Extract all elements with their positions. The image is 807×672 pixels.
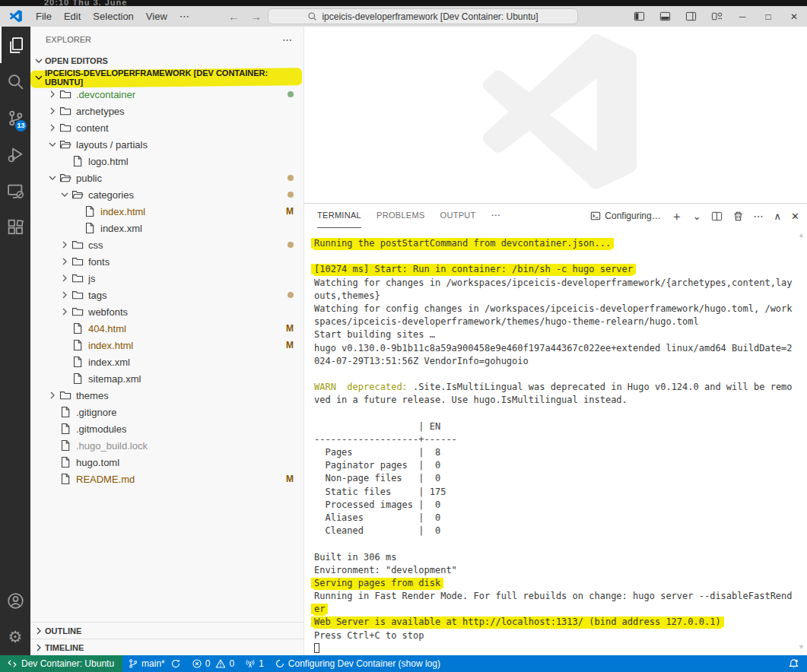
errors-count: 0 bbox=[205, 658, 211, 669]
tree-folder-tags[interactable]: tags bbox=[30, 287, 303, 303]
panel-more-actions-icon[interactable]: ⋯ bbox=[754, 211, 764, 222]
git-modified-dot bbox=[288, 242, 294, 248]
timeline-label: TIMELINE bbox=[45, 643, 84, 652]
tree-file--gitmodules[interactable]: .gitmodules bbox=[30, 420, 303, 437]
search-sidebar-icon[interactable] bbox=[0, 63, 30, 100]
toggle-secondary-sidebar-icon[interactable] bbox=[678, 6, 704, 27]
tree-item-label: index.html bbox=[100, 206, 145, 217]
ports-status[interactable]: 1 bbox=[240, 655, 269, 672]
open-editors-label: OPEN EDITORS bbox=[45, 56, 108, 65]
terminal-icon bbox=[590, 211, 601, 221]
tree-file-index-html[interactable]: index.htmlM bbox=[30, 337, 303, 353]
maximize-button[interactable]: □ bbox=[755, 6, 781, 27]
toggle-panel-icon[interactable] bbox=[652, 6, 678, 27]
menu-edit[interactable]: Edit bbox=[58, 9, 87, 24]
tree-file-logo-html[interactable]: logo.html bbox=[30, 153, 303, 170]
tree-item-label: css bbox=[88, 239, 103, 251]
search-icon bbox=[307, 11, 317, 21]
run-debug-icon[interactable] bbox=[0, 136, 30, 173]
command-center-text: ipceicis-developerframework [Dev Contain… bbox=[322, 11, 538, 22]
terminal-picker[interactable]: Configuring… bbox=[590, 211, 660, 221]
terminal-cursor bbox=[314, 643, 319, 653]
menu-file[interactable]: File bbox=[30, 9, 58, 24]
tree-file-index-xml[interactable]: index.xml bbox=[30, 353, 303, 370]
close-button[interactable]: ✕ bbox=[781, 6, 807, 27]
dev-container-progress[interactable]: Configuring Dev Container (show log) bbox=[269, 655, 446, 672]
tree-file-404-html[interactable]: 404.htmlM bbox=[30, 320, 303, 337]
source-control-icon[interactable]: 13 bbox=[0, 100, 30, 136]
tree-file--gitignore[interactable]: .gitignore bbox=[30, 404, 303, 420]
maximize-panel-icon[interactable]: ∧ bbox=[774, 211, 782, 222]
timeline-section[interactable]: TIMELINE bbox=[30, 639, 303, 655]
spinner-icon bbox=[275, 658, 285, 669]
tree-folder-content[interactable]: content bbox=[30, 119, 303, 136]
tab-output[interactable]: OUTPUT bbox=[440, 204, 476, 228]
tree-file-index-xml[interactable]: index.xml bbox=[30, 220, 303, 236]
split-terminal-icon[interactable] bbox=[711, 211, 723, 222]
scroll-down-arrow[interactable]: ▼ bbox=[798, 643, 805, 651]
tab-problems[interactable]: PROBLEMS bbox=[376, 204, 425, 228]
project-root-section[interactable]: IPCEICIS-DEVELOPERFRAMEWORK [DEV CONTAIN… bbox=[30, 69, 303, 86]
nav-forward-button[interactable]: → bbox=[250, 10, 262, 23]
kill-terminal-trash-icon[interactable] bbox=[732, 211, 744, 222]
menu-selection[interactable]: Selection bbox=[87, 9, 139, 24]
notifications-bell-icon[interactable] bbox=[788, 658, 799, 670]
tree-folder-js[interactable]: js bbox=[30, 270, 303, 287]
tree-folder-public[interactable]: public bbox=[30, 170, 303, 186]
terminal-line: er bbox=[314, 603, 807, 616]
tree-file-sitemap-xml[interactable]: sitemap.xml bbox=[30, 370, 303, 387]
scroll-up-arrow[interactable]: ▲ bbox=[798, 231, 805, 239]
tree-folder-layouts-partials[interactable]: layouts / partials bbox=[30, 136, 303, 153]
terminal-picker-label: Configuring… bbox=[605, 211, 660, 221]
tree-folder-fonts[interactable]: fonts bbox=[30, 253, 303, 270]
terminal-output[interactable]: Running the postStartCommand from devcon… bbox=[304, 228, 807, 655]
terminal-line: Press Ctrl+C to stop bbox=[314, 629, 807, 642]
git-modified-dot bbox=[288, 192, 294, 198]
remote-explorer-icon[interactable] bbox=[0, 173, 30, 209]
accounts-icon[interactable] bbox=[0, 582, 30, 619]
toggle-primary-sidebar-icon[interactable] bbox=[626, 6, 652, 27]
menu-view[interactable]: View bbox=[140, 9, 173, 24]
tree-folder-css[interactable]: css bbox=[30, 236, 303, 253]
tree-folder-themes[interactable]: themes bbox=[30, 387, 303, 404]
ports-count: 1 bbox=[259, 658, 264, 669]
tree-item-label: index.xml bbox=[100, 223, 142, 234]
tree-item-label: index.xml bbox=[88, 357, 130, 368]
tree-file-hugo-toml[interactable]: hugo.toml bbox=[30, 454, 303, 471]
file-icon bbox=[59, 406, 71, 418]
chevron-down-icon bbox=[33, 71, 45, 84]
new-terminal-icon[interactable]: ＋ bbox=[671, 211, 683, 222]
tree-folder-webfonts[interactable]: webfonts bbox=[30, 303, 303, 320]
terminal-dropdown-chevron-icon[interactable]: ⌄ bbox=[693, 211, 701, 222]
git-branch-status[interactable]: main* bbox=[122, 655, 186, 672]
customize-layout-icon[interactable] bbox=[704, 6, 729, 27]
tree-folder--devcontainer[interactable]: .devcontainer bbox=[30, 86, 303, 103]
tree-file-readme-md[interactable]: README.mdM bbox=[30, 471, 303, 487]
minimize-button[interactable]: ─ bbox=[729, 6, 755, 27]
problems-status[interactable]: 0 0 bbox=[186, 655, 240, 672]
nav-back-button[interactable]: ← bbox=[228, 10, 240, 23]
outline-section[interactable]: OUTLINE bbox=[30, 622, 303, 639]
tree-file-index-html[interactable]: index.htmlM bbox=[30, 203, 303, 220]
command-center-search[interactable]: ipceicis-developerframework [Dev Contain… bbox=[268, 8, 578, 24]
open-editors-section[interactable]: OPEN EDITORS bbox=[30, 52, 303, 69]
terminal-line: hugo v0.130.0-9b1b11c8a59a900458e9e460f1… bbox=[314, 342, 807, 355]
tree-folder-categories[interactable]: categories bbox=[30, 186, 303, 203]
explorer-icon[interactable] bbox=[0, 27, 30, 63]
panel-more-tabs-icon[interactable]: ⋯ bbox=[491, 204, 502, 228]
remote-indicator[interactable]: Dev Container: Ubuntu bbox=[0, 655, 122, 672]
git-branch-icon bbox=[128, 658, 138, 669]
tree-file--hugo-build-lock[interactable]: .hugo_build.lock bbox=[30, 437, 303, 454]
tree-folder-archetypes[interactable]: archetypes bbox=[30, 103, 303, 119]
close-panel-icon[interactable]: ✕ bbox=[791, 211, 799, 222]
extensions-icon[interactable] bbox=[0, 209, 30, 246]
tree-item-label: layouts / partials bbox=[76, 139, 148, 151]
menu-[interactable]: ⋯ bbox=[173, 9, 195, 24]
terminal-line: Aliases | 0 bbox=[314, 512, 807, 525]
explorer-more-actions-icon[interactable]: ⋯ bbox=[282, 34, 293, 46]
terminal-line: Built in 306 ms bbox=[314, 551, 807, 564]
chevron-right-icon bbox=[33, 625, 45, 637]
tab-terminal[interactable]: TERMINAL bbox=[317, 204, 361, 228]
settings-gear-icon[interactable]: ⚙ bbox=[0, 619, 30, 655]
terminal-line bbox=[314, 642, 807, 655]
